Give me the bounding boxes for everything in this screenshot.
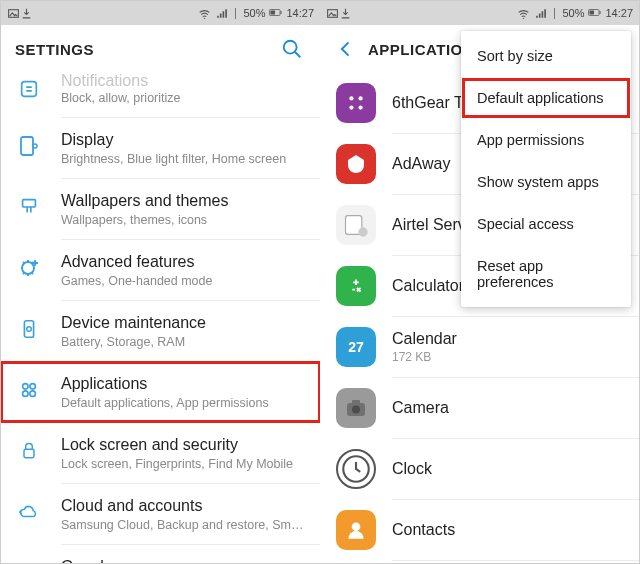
app-icon: 27 [336,327,376,367]
google-icon [15,559,43,563]
bell-icon [15,75,43,103]
row-subtitle: Block, allow, prioritize [61,91,304,105]
clock-text: 14:27 [286,7,314,19]
svg-rect-17 [24,449,34,457]
separator [554,8,555,19]
app-icon [336,205,376,245]
menu-item[interactable]: Special access [461,203,631,245]
battery-icon [588,7,601,20]
search-button[interactable] [278,35,306,63]
svg-rect-6 [22,82,37,97]
row-title: Device maintenance [61,313,304,333]
app-icon [336,388,376,428]
cloud-icon [15,498,43,526]
download-icon [339,7,352,20]
svg-point-13 [23,384,28,390]
battery-icon [269,7,282,20]
settings-row-google[interactable]: GoogleGoogle settings [1,545,320,563]
menu-item[interactable]: Show system apps [461,161,631,203]
page-title: SETTINGS [15,41,94,58]
battery-text: 50% [243,7,265,19]
svg-point-14 [30,384,35,390]
back-button[interactable] [334,37,358,61]
svg-point-24 [349,96,353,100]
svg-rect-3 [281,11,282,14]
app-row[interactable]: 27Calendar172 KB [320,317,639,377]
svg-point-5 [284,41,297,54]
row-subtitle: Wallpapers, themes, icons [61,213,304,227]
settings-row-bell[interactable]: NotificationsBlock, allow, prioritize [1,73,320,117]
row-subtitle: Samsung Cloud, Backup and restore, Smart… [61,518,304,532]
app-row[interactable]: Contacts [320,500,639,560]
app-name: Calendar [392,330,623,348]
svg-point-20 [523,17,524,18]
app-icon [336,83,376,123]
svg-point-1 [204,17,205,18]
settings-row-device[interactable]: Device maintenanceBattery, Storage, RAM [1,301,320,361]
svg-rect-7 [21,137,33,155]
download-icon [20,7,33,20]
row-title: Display [61,130,304,150]
svg-point-29 [358,227,367,236]
row-subtitle: Lock screen, Fingerprints, Find My Mobil… [61,457,304,471]
svg-point-31 [352,406,360,414]
image-icon [326,7,339,20]
menu-item[interactable]: Default applications [461,77,631,119]
row-title: Google [61,557,304,563]
row-subtitle: Brightness, Blue light filter, Home scre… [61,152,304,166]
app-icon [336,449,376,489]
row-subtitle: Default applications, App permissions [61,396,304,410]
svg-rect-4 [271,10,276,14]
app-icon [336,266,376,306]
settings-list: NotificationsBlock, allow, prioritizeDis… [1,73,320,563]
gear-plus-icon [15,254,43,282]
status-bar: 50% 14:27 [320,1,639,25]
settings-row-cloud[interactable]: Cloud and accountsSamsung Cloud, Backup … [1,484,320,544]
status-bar: 50% 14:27 [1,1,320,25]
brush-icon [15,193,43,221]
apps-icon [15,376,43,404]
image-icon [7,7,20,20]
wifi-icon [198,7,211,20]
app-name: Clock [392,460,623,478]
row-title: Lock screen and security [61,435,304,455]
signal-icon [534,7,547,20]
svg-rect-32 [352,400,360,404]
row-title: Advanced features [61,252,304,272]
svg-rect-23 [590,10,595,14]
app-name: Contacts [392,521,623,539]
phone-settings: 50% 14:27 SETTINGS NotificationsBlock, a… [1,1,320,563]
row-title: Cloud and accounts [61,496,304,516]
menu-item[interactable]: App permissions [461,119,631,161]
settings-row-apps[interactable]: ApplicationsDefault applications, App pe… [1,362,320,422]
settings-row-display[interactable]: DisplayBrightness, Blue light filter, Ho… [1,118,320,178]
row-subtitle: Games, One-handed mode [61,274,304,288]
overflow-menu: Sort by sizeDefault applicationsApp perm… [461,31,631,307]
settings-row-lock[interactable]: Lock screen and securityLock screen, Fin… [1,423,320,483]
wifi-icon [517,7,530,20]
app-name: Camera [392,399,623,417]
svg-point-8 [33,144,37,148]
phone-applications: 50% 14:27 APPLICATIONS 6thGear TAdAwayAi… [320,1,639,563]
signal-icon [215,7,228,20]
menu-item[interactable]: Sort by size [461,35,631,77]
battery-text: 50% [562,7,584,19]
row-title: Applications [61,374,304,394]
row-subtitle: Battery, Storage, RAM [61,335,304,349]
app-icon [336,144,376,184]
row-title: Wallpapers and themes [61,191,304,211]
app-row[interactable]: Camera [320,378,639,438]
app-meta: 172 KB [392,350,623,364]
svg-point-12 [27,327,32,332]
svg-point-25 [358,96,362,100]
settings-row-brush[interactable]: Wallpapers and themesWallpapers, themes,… [1,179,320,239]
separator [235,8,236,19]
display-icon [15,132,43,160]
settings-row-gear-plus[interactable]: Advanced featuresGames, One-handed mode [1,240,320,300]
app-row[interactable]: Clock [320,439,639,499]
menu-item[interactable]: Reset app preferences [461,245,631,303]
lock-icon [15,437,43,465]
clock-text: 14:27 [605,7,633,19]
svg-point-27 [358,105,362,109]
svg-point-16 [30,391,35,397]
